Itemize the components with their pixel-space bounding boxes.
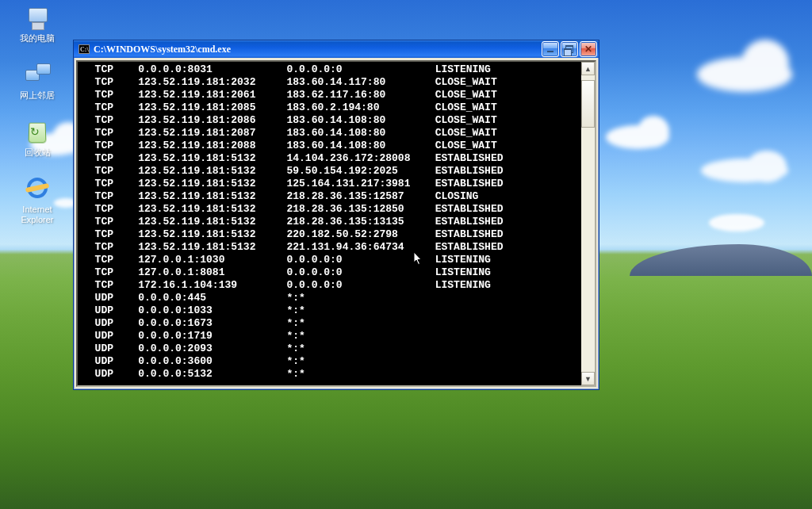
desktop-icon-label: 我的电脑: [10, 33, 65, 44]
netstat-text: TCP 0.0.0.0:8031 0.0.0.0:0 LISTENING TCP…: [82, 63, 578, 381]
desktop-icon-network[interactable]: 网上邻居: [10, 62, 65, 101]
desktop-icon-ie[interactable]: InternetExplorer: [10, 176, 65, 225]
close-button[interactable]: ✕: [580, 41, 597, 57]
network-icon: [24, 62, 51, 89]
scroll-up-button[interactable]: ▲: [581, 62, 595, 75]
desktop-icon-label: 网上邻居: [10, 90, 65, 101]
restore-icon: [565, 45, 573, 53]
restore-button[interactable]: [561, 41, 578, 57]
cloud-decoration: [606, 125, 669, 149]
mouse-cursor-icon: [414, 252, 423, 266]
window-title: C:\WINDOWS\system32\cmd.exe: [94, 44, 231, 55]
minimize-icon: [547, 51, 553, 52]
cmd-appicon: C:\: [79, 44, 90, 54]
recycle-bin-icon: [24, 119, 51, 146]
desktop[interactable]: 我的电脑 网上邻居 回收站 InternetExplorer C:\ C:\WI…: [0, 0, 812, 509]
cloud-decoration: [697, 57, 792, 92]
scroll-thumb[interactable]: [581, 80, 595, 128]
desktop-icon-my-computer[interactable]: 我的电脑: [10, 5, 65, 44]
scroll-track[interactable]: [581, 75, 595, 372]
cloud-decoration: [709, 214, 764, 232]
cmd-client-area: TCP 0.0.0.0:8031 0.0.0.0:0 LISTENING TCP…: [76, 60, 596, 387]
close-icon: ✕: [584, 44, 592, 54]
my-computer-icon: [24, 5, 51, 32]
desktop-icon-label: 回收站: [10, 147, 65, 158]
titlebar[interactable]: C:\ C:\WINDOWS\system32\cmd.exe ✕: [74, 40, 599, 58]
ie-icon: [24, 176, 51, 203]
desktop-icon-recycle-bin[interactable]: 回收站: [10, 119, 65, 158]
minimize-button[interactable]: [542, 41, 559, 57]
desktop-icon-label: InternetExplorer: [10, 205, 65, 225]
hill-decoration: [630, 244, 812, 276]
cloud-decoration: [701, 159, 788, 182]
scroll-down-button[interactable]: ▼: [581, 372, 595, 385]
cmd-window[interactable]: C:\ C:\WINDOWS\system32\cmd.exe ✕ TCP 0.…: [73, 40, 599, 390]
cmd-output[interactable]: TCP 0.0.0.0:8031 0.0.0.0:0 LISTENING TCP…: [78, 62, 581, 385]
vertical-scrollbar[interactable]: ▲ ▼: [581, 62, 595, 385]
